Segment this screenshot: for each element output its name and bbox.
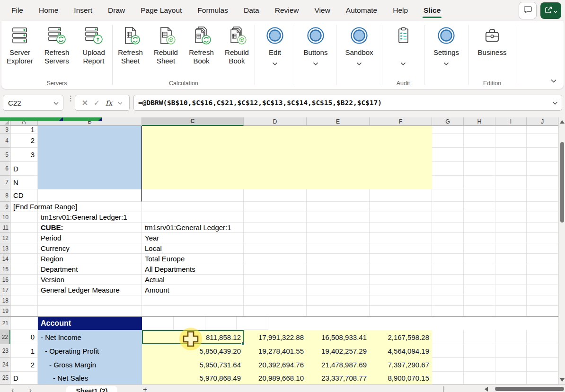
cell-G22[interactable]	[432, 330, 464, 344]
menu-tab-page-layout[interactable]: Page Layout	[140, 1, 183, 19]
cell-E10[interactable]	[307, 212, 370, 223]
cell-A25[interactable]: D	[10, 372, 38, 384]
cell-E6[interactable]	[307, 162, 370, 176]
cell-E3[interactable]	[307, 126, 370, 134]
cell-B10[interactable]: tm1srv01:General Ledger:1	[38, 212, 142, 223]
cell-B21[interactable]: Account	[38, 317, 142, 330]
row-header-17[interactable]: 17	[0, 285, 10, 295]
cell-H22[interactable]	[464, 330, 495, 344]
cell-D25[interactable]: 20,989,668.10	[244, 372, 307, 384]
chevron-down-icon[interactable]	[53, 98, 63, 107]
row-header-18[interactable]: 18	[0, 295, 10, 306]
menu-tab-insert[interactable]: Insert	[73, 1, 93, 19]
cell-E24[interactable]: 21,478,987.69	[307, 358, 370, 372]
cell-A8[interactable]: CD	[10, 189, 38, 202]
cell-J23[interactable]	[527, 344, 558, 358]
cell-C25[interactable]: 5,970,868.49	[142, 372, 244, 384]
cell-C14[interactable]: Total Europe	[142, 254, 244, 264]
cell-I12[interactable]	[495, 233, 527, 243]
cell-J11[interactable]	[527, 223, 558, 233]
cell-G17[interactable]	[432, 285, 464, 295]
cell-F22[interactable]: 2,167,598.28	[370, 330, 432, 344]
cell-J17[interactable]	[527, 285, 558, 295]
cell-B18[interactable]	[38, 295, 142, 306]
row-header-24[interactable]: 24	[0, 358, 10, 372]
menu-tab-automate[interactable]: Automate	[345, 1, 378, 19]
sheet-tab-active[interactable]: Sheet1 (2)	[66, 386, 117, 392]
cell-A22[interactable]: 0	[10, 330, 38, 344]
cell-J22[interactable]	[527, 330, 558, 344]
row-header-11[interactable]: 11	[0, 223, 10, 233]
cell-A11[interactable]	[10, 223, 38, 233]
cell-H12[interactable]	[464, 233, 495, 243]
menu-tab-slice[interactable]: Slice	[423, 1, 441, 19]
cell-F23[interactable]: 4,564,094.19	[370, 344, 432, 358]
cell-E23[interactable]: 19,402,257.29	[307, 344, 370, 358]
rebuild-book-button[interactable]: Rebuild Book	[220, 24, 254, 65]
cell-G11[interactable]	[432, 223, 464, 233]
edit-button[interactable]: Edit	[256, 24, 293, 64]
cell-A17[interactable]	[10, 285, 38, 295]
cell-E15[interactable]	[307, 264, 370, 275]
cell-F11[interactable]	[370, 223, 432, 233]
cell-G13[interactable]	[432, 243, 464, 254]
cell-G16[interactable]	[432, 275, 464, 285]
cell-I8[interactable]	[495, 189, 527, 202]
cell-F24[interactable]: 7,397,290.67	[370, 358, 432, 372]
cell-B22[interactable]: - Net Income	[38, 330, 142, 344]
cell-H21[interactable]	[174, 317, 205, 330]
cell-I10[interactable]	[495, 212, 527, 223]
cell-I13[interactable]	[495, 243, 527, 254]
cell-D23[interactable]: 19,278,401.55	[244, 344, 307, 358]
cell-E8[interactable]	[307, 189, 370, 202]
cell-E22[interactable]: 16,508,933.41	[307, 330, 370, 344]
cell-C11[interactable]: tm1srv01:General Ledger:1	[142, 223, 244, 233]
column-header-D[interactable]: D	[244, 117, 307, 126]
cell-B4[interactable]	[38, 134, 142, 148]
row-header-8[interactable]: 8	[0, 189, 10, 202]
cell-B16[interactable]: Version	[38, 275, 142, 285]
cell-I15[interactable]	[495, 264, 527, 275]
cell-H4[interactable]	[464, 134, 495, 148]
cell-H24[interactable]	[464, 358, 495, 372]
cell-I4[interactable]	[495, 134, 527, 148]
audit-checklist-button[interactable]	[385, 24, 422, 64]
cell-I14[interactable]	[495, 254, 527, 264]
cell-B12[interactable]: Period	[38, 233, 142, 243]
cell-B5[interactable]	[38, 148, 142, 162]
cell-A24[interactable]: 2	[10, 358, 38, 372]
cell-C15[interactable]: All Departments	[142, 264, 244, 275]
cell-J24[interactable]	[527, 358, 558, 372]
cell-C4[interactable]	[142, 134, 244, 148]
cell-H15[interactable]	[464, 264, 495, 275]
cell-B3[interactable]	[38, 126, 142, 134]
cell-E4[interactable]	[307, 134, 370, 148]
cell-C8[interactable]	[142, 189, 244, 202]
formula-bar-grip-icon[interactable]: ⋮	[67, 97, 74, 100]
cell-H18[interactable]	[464, 295, 495, 306]
refresh-servers-button[interactable]: Refresh Servers	[39, 24, 75, 65]
cell-H17[interactable]	[464, 285, 495, 295]
cell-I23[interactable]	[495, 344, 527, 358]
cell-A19[interactable]	[10, 306, 38, 316]
expand-formula-bar-icon[interactable]	[552, 98, 562, 107]
cell-C18[interactable]	[142, 295, 244, 306]
cell-J16[interactable]	[527, 275, 558, 285]
cell-I25[interactable]	[495, 372, 527, 384]
cell-D10[interactable]	[244, 212, 307, 223]
cell-C5[interactable]	[142, 148, 244, 162]
cell-J7[interactable]	[527, 176, 558, 189]
cell-A10[interactable]	[10, 212, 38, 223]
server-explorer-button[interactable]: Server Explorer	[2, 24, 38, 65]
cell-D22[interactable]: 17,991,322.88	[244, 330, 307, 344]
cell-J4[interactable]	[527, 134, 558, 148]
column-header-H[interactable]: H	[464, 117, 495, 126]
cell-G25[interactable]	[432, 372, 464, 384]
cell-F3[interactable]	[370, 126, 432, 134]
row-header-5[interactable]: 5	[0, 148, 10, 162]
scroll-up-arrow-icon[interactable]	[560, 120, 565, 124]
cell-A3[interactable]: 1	[10, 126, 38, 134]
cell-F15[interactable]	[370, 264, 432, 275]
comments-button[interactable]	[519, 2, 537, 19]
cell-I3[interactable]	[495, 126, 527, 134]
